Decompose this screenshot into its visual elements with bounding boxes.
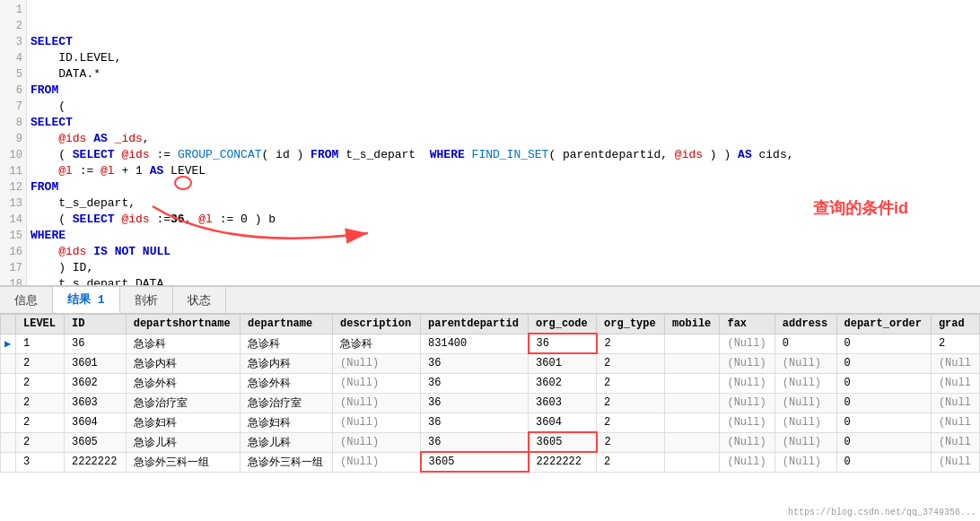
cell-parentdepartid: 36: [421, 373, 529, 393]
results-table: LEVELIDdepartshortnamedepartnamedescript…: [0, 314, 980, 473]
cell-org_type: 2: [597, 334, 665, 353]
cell-marker: ▶: [1, 334, 16, 353]
cell-description: (Null): [333, 412, 421, 432]
cell-fax: (Null): [720, 452, 774, 472]
col-header-org_type: org_type: [597, 315, 665, 334]
tab-result1[interactable]: 结果 1: [53, 287, 120, 313]
cell-parentdepartid: 36: [421, 412, 529, 432]
code-line-14: @ids IS NOT NULL: [31, 244, 976, 260]
cell-depart_order: 0: [836, 373, 931, 393]
cell-parentdepartid: 36: [421, 353, 529, 373]
code-line-5: (: [31, 99, 976, 115]
col-header-departshortname: departshortname: [126, 315, 240, 334]
cell-depart_order: 0: [836, 334, 931, 353]
cell-fax: (Null): [720, 353, 774, 373]
code-area[interactable]: SELECT ID.LEVEL, DATA.*FROM (SELECT @ids…: [27, 0, 980, 287]
col-header-fax: fax: [720, 315, 774, 334]
code-line-7: @ids AS _ids,: [31, 131, 976, 147]
cell-depart_order: 0: [836, 412, 931, 432]
cell-org_code: 3601: [529, 353, 597, 373]
cell-fax: (Null): [720, 334, 774, 353]
cell-ID: 3605: [65, 432, 127, 452]
cell-grad: 2: [931, 334, 979, 353]
cell-marker: [1, 432, 16, 452]
cell-parentdepartid: 3605: [421, 452, 529, 472]
col-header-org_code: org_code: [529, 315, 597, 334]
cell-org_type: 2: [597, 412, 665, 432]
code-line-3: DATA.*: [31, 66, 976, 82]
cell-departname: 急诊外科: [241, 373, 333, 393]
cell-parentdepartid: 36: [421, 393, 529, 412]
code-line-16: t_s_depart DATA: [31, 276, 976, 287]
col-header-grad: grad: [931, 315, 979, 334]
col-header-: [1, 315, 16, 334]
tab-bar: 信息结果 1剖析状态: [0, 287, 980, 314]
tab-status[interactable]: 状态: [173, 287, 226, 313]
cell-address: (Null): [774, 393, 836, 412]
cell-grad: (Null: [931, 373, 979, 393]
cell-org_code: 3605: [529, 432, 597, 452]
cell-ID: 36: [65, 334, 127, 353]
cell-marker: [1, 452, 16, 472]
cell-marker: [1, 373, 16, 393]
code-line-4: FROM: [31, 82, 976, 99]
cell-depart_order: 0: [836, 452, 931, 472]
cell-departname: 急诊外三科一组: [241, 452, 333, 472]
cell-fax: (Null): [720, 393, 774, 412]
cell-departshortname: 急诊外三科一组: [126, 452, 240, 472]
cell-org_code: 2222222: [529, 452, 597, 472]
cell-address: (Null): [774, 373, 836, 393]
cell-org_type: 2: [597, 432, 665, 452]
cell-departname: 急诊治疗室: [241, 393, 333, 412]
cell-depart_order: 0: [836, 353, 931, 373]
cell-departname: 急诊儿科: [241, 432, 333, 452]
cell-mobile: [665, 412, 720, 432]
cell-grad: (Null: [931, 432, 979, 452]
cell-parentdepartid: 831400: [421, 334, 529, 353]
cell-ID: 3601: [65, 353, 127, 373]
annotation-text: 查询的条件id: [813, 197, 908, 219]
cell-org_type: 2: [597, 353, 665, 373]
cell-departshortname: 急诊妇科: [126, 412, 240, 432]
code-line-13: WHERE: [31, 228, 976, 244]
cell-grad: (Null: [931, 353, 979, 373]
col-header-address: address: [774, 315, 836, 334]
cell-description: (Null): [333, 393, 421, 412]
cell-departname: 急诊科: [241, 334, 333, 353]
cell-fax: (Null): [720, 412, 774, 432]
cell-departshortname: 急诊外科: [126, 373, 240, 393]
cell-org_type: 2: [597, 393, 665, 412]
cell-LEVEL: 2: [16, 412, 65, 432]
cell-departshortname: 急诊内科: [126, 353, 240, 373]
cell-mobile: [665, 393, 720, 412]
cell-fax: (Null): [720, 373, 774, 393]
tab-info[interactable]: 信息: [0, 287, 53, 313]
table-row: 32222222急诊外三科一组急诊外三科一组(Null)360522222222…: [1, 452, 980, 472]
cell-LEVEL: 3: [16, 452, 65, 472]
cell-address: (Null): [774, 353, 836, 373]
cell-mobile: [665, 452, 720, 472]
cell-address: (Null): [774, 412, 836, 432]
cell-org_code: 3604: [529, 412, 597, 432]
code-line-6: SELECT: [31, 115, 976, 131]
results-area[interactable]: LEVELIDdepartshortnamedepartnamedescript…: [0, 314, 980, 521]
col-header-LEVEL: LEVEL: [16, 315, 65, 334]
tab-profile[interactable]: 剖析: [120, 287, 173, 313]
cell-mobile: [665, 334, 720, 353]
cell-ID: 3603: [65, 393, 127, 412]
cell-marker: [1, 353, 16, 373]
cell-address: 0: [774, 334, 836, 353]
cell-description: 急诊科: [333, 334, 421, 353]
table-row: 23605急诊儿科急诊儿科(Null)3636052(Null)(Null)0(…: [1, 432, 980, 452]
cell-ID: 2222222: [65, 452, 127, 472]
col-header-depart_order: depart_order: [836, 315, 931, 334]
cell-org_type: 2: [597, 452, 665, 472]
line-numbers: 123456789101112131415161718192021: [0, 0, 27, 287]
cell-mobile: [665, 432, 720, 452]
table-row: 23603急诊治疗室急诊治疗室(Null)3636032(Null)(Null)…: [1, 393, 980, 412]
code-line-8: ( SELECT @ids := GROUP_CONCAT( id ) FROM…: [31, 147, 976, 163]
col-header-departname: departname: [241, 315, 333, 334]
table-row: 23602急诊外科急诊外科(Null)3636022(Null)(Null)0(…: [1, 373, 980, 393]
annotation-area: 查询的条件id: [813, 197, 908, 219]
cell-depart_order: 0: [836, 393, 931, 412]
